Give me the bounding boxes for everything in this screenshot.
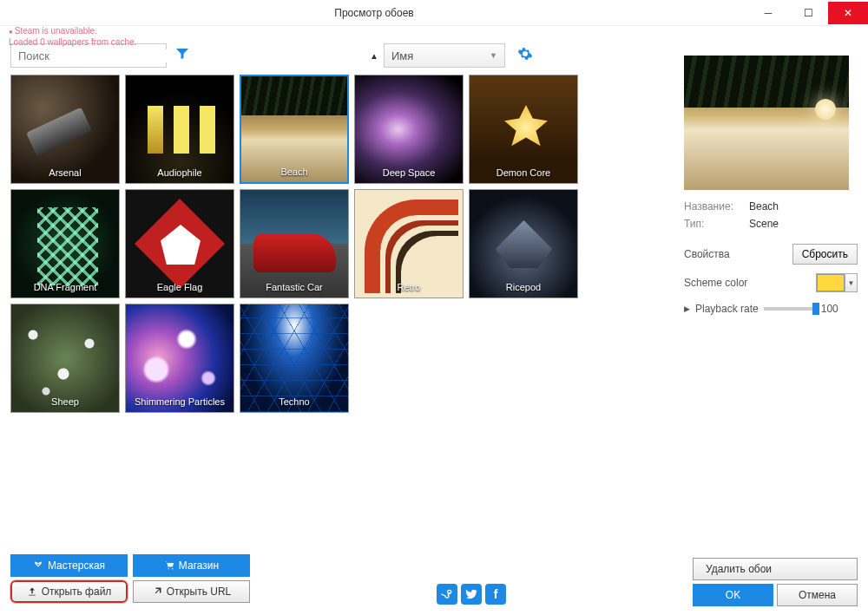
wallpaper-tile[interactable]: Fantastic Car xyxy=(240,189,349,298)
wallpaper-tile[interactable]: Eagle Flag xyxy=(125,189,234,298)
tile-label: DNA Fragment xyxy=(11,282,119,292)
close-button[interactable]: ✕ xyxy=(828,2,868,24)
steam-icon[interactable] xyxy=(437,584,457,605)
twitter-icon[interactable] xyxy=(461,584,482,605)
minimize-button[interactable]: ─ xyxy=(748,2,788,24)
titlebar: Просмотр обоев ─ ☐ ✕ xyxy=(0,0,868,26)
wallpaper-tile[interactable]: Sheep xyxy=(10,304,120,413)
wallpaper-tile[interactable]: Arsenal xyxy=(10,75,120,184)
sort-direction-icon[interactable]: ▲ xyxy=(370,51,378,61)
wallpaper-tile[interactable]: Deep Space xyxy=(354,75,464,184)
wallpaper-tile[interactable]: Techno xyxy=(240,304,349,413)
tile-label: Arsenal xyxy=(11,167,119,178)
reset-button[interactable]: Сбросить xyxy=(792,244,858,265)
window-title: Просмотр обоев xyxy=(0,7,748,19)
facebook-icon[interactable]: f xyxy=(485,584,506,605)
tile-label: Sheep xyxy=(11,396,119,407)
wallpaper-tile[interactable]: Demon Core xyxy=(469,75,578,184)
gear-icon[interactable] xyxy=(517,46,533,66)
error-messages: Steam is unavailable. Loaded 0 wallpaper… xyxy=(9,26,136,48)
ok-button[interactable]: OK xyxy=(693,584,773,606)
tile-label: Fantastic Car xyxy=(240,282,348,292)
sort-select[interactable]: Имя ▼ xyxy=(384,43,505,68)
tile-label: Retro xyxy=(355,282,463,292)
wallpaper-tile[interactable]: Ricepod xyxy=(469,189,578,298)
tile-label: Deep Space xyxy=(355,167,463,178)
filter-icon[interactable] xyxy=(175,47,189,64)
tile-label: Ricepod xyxy=(470,282,577,292)
workshop-button[interactable]: Мастерская xyxy=(10,554,128,577)
preview-image xyxy=(684,56,849,190)
playback-rate-slider[interactable] xyxy=(764,307,816,311)
color-swatch xyxy=(817,274,845,291)
tile-label: Beach xyxy=(241,167,347,177)
playback-rate-value: 100 xyxy=(821,303,838,315)
wallpaper-tile[interactable]: Retro xyxy=(354,189,464,298)
maximize-button[interactable]: ☐ xyxy=(788,2,828,24)
chevron-down-icon: ▼ xyxy=(490,51,497,60)
cancel-button[interactable]: Отмена xyxy=(777,584,858,606)
tile-label: Eagle Flag xyxy=(126,282,233,292)
properties-label: Свойства xyxy=(684,248,730,260)
playback-rate-label: Playback rate xyxy=(695,303,759,315)
wallpaper-tile[interactable]: Shimmering Particles xyxy=(125,304,234,413)
store-button[interactable]: Магазин xyxy=(133,554,250,577)
tile-label: Shimmering Particles xyxy=(126,396,233,407)
open-url-button[interactable]: Открыть URL xyxy=(133,580,250,603)
tile-label: Audiophile xyxy=(126,167,233,178)
open-file-button[interactable]: Открыть файл xyxy=(10,580,128,603)
wallpaper-grid: ArsenalAudiophileBeachDeep SpaceDemon Co… xyxy=(10,75,674,413)
name-label: Название: xyxy=(684,200,749,213)
wallpaper-tile[interactable]: Audiophile xyxy=(125,75,234,184)
wallpaper-tile[interactable]: Beach xyxy=(240,75,349,184)
search-input[interactable] xyxy=(11,49,171,62)
name-value: Beach xyxy=(749,200,779,213)
scheme-color-picker[interactable]: ▼ xyxy=(816,273,858,292)
tile-label: Techno xyxy=(240,396,348,407)
type-label: Тип: xyxy=(684,218,749,230)
chevron-down-icon: ▼ xyxy=(845,274,857,291)
play-icon: ▶ xyxy=(684,304,690,313)
wallpaper-tile[interactable]: DNA Fragment xyxy=(10,189,120,298)
tile-label: Demon Core xyxy=(470,167,577,178)
scheme-color-label: Scheme color xyxy=(684,277,747,289)
type-value: Scene xyxy=(749,218,779,230)
delete-wallpaper-button[interactable]: Удалить обои xyxy=(693,558,858,580)
